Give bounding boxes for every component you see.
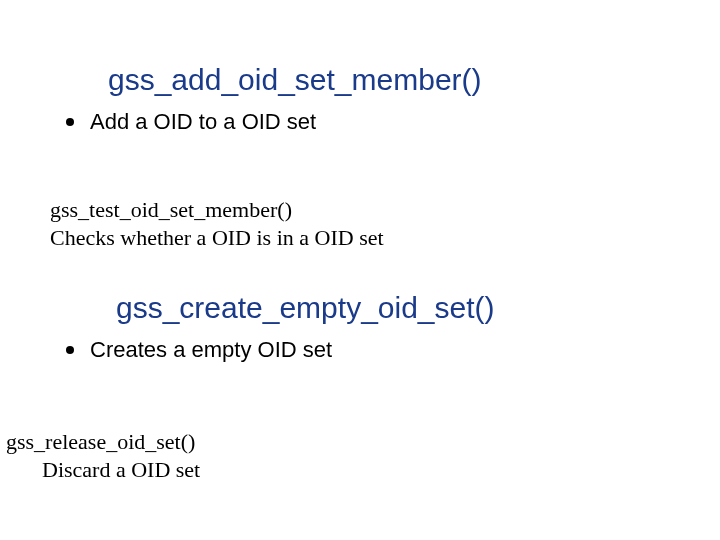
bullet-item-create: Creates a empty OID set bbox=[66, 336, 332, 364]
bullet-icon bbox=[66, 346, 74, 354]
plain-body-test: Checks whether a OID is in a OID set bbox=[50, 224, 384, 252]
bullet-item-add: Add a OID to a OID set bbox=[66, 108, 316, 136]
bullet-icon bbox=[66, 118, 74, 126]
plain-body-release: Discard a OID set bbox=[42, 456, 200, 484]
bullet-text-add: Add a OID to a OID set bbox=[90, 108, 316, 136]
heading-add-oid-set-member: gss_add_oid_set_member() bbox=[108, 62, 482, 98]
plain-heading-release: gss_release_oid_set() bbox=[6, 428, 200, 456]
bullet-text-create: Creates a empty OID set bbox=[90, 336, 332, 364]
slide: gss_add_oid_set_member() Add a OID to a … bbox=[0, 0, 720, 540]
heading-create-empty-oid-set: gss_create_empty_oid_set() bbox=[116, 290, 495, 326]
plain-section-release: gss_release_oid_set() Discard a OID set bbox=[6, 428, 200, 483]
plain-heading-test: gss_test_oid_set_member() bbox=[50, 196, 384, 224]
plain-section-test: gss_test_oid_set_member() Checks whether… bbox=[50, 196, 384, 251]
